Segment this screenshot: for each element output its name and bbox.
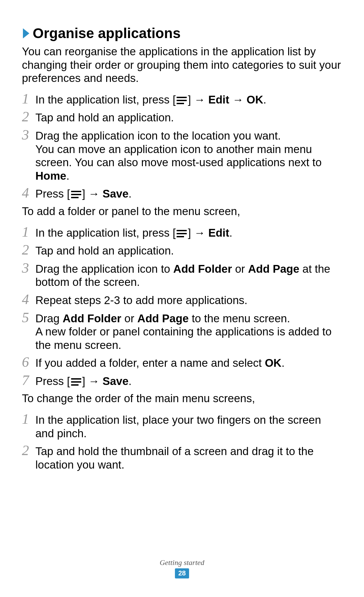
step-number: 1 <box>22 412 35 440</box>
step-number: 2 <box>22 443 35 471</box>
step-number: 6 <box>22 355 35 370</box>
step-text: In the application list, press [] → Edit… <box>35 92 266 107</box>
step-text: Press [] → Save. <box>35 373 131 388</box>
manual-page: Organise applications You can reorganise… <box>0 0 364 597</box>
mid-paragraph-2: To change the order of the main menu scr… <box>22 392 342 405</box>
page-footer: Getting started 28 <box>0 558 364 578</box>
step-text: If you added a folder, enter a name and … <box>35 355 284 370</box>
step-number: 3 <box>22 261 35 289</box>
step: 2Tap and hold an application. <box>22 243 342 258</box>
section-title: Organise applications <box>33 25 181 41</box>
menu-icon <box>177 230 187 237</box>
step: 5Drag Add Folder or Add Page to the menu… <box>22 310 342 352</box>
step-number: 5 <box>22 310 35 352</box>
svg-rect-2 <box>177 100 187 101</box>
svg-rect-9 <box>177 236 184 237</box>
step-number: 4 <box>22 292 35 307</box>
step-number: 1 <box>22 92 35 107</box>
step: 4Press [] → Save. <box>22 186 342 201</box>
step: 1In the application list, press [] → Edi… <box>22 92 342 107</box>
svg-rect-4 <box>71 191 81 192</box>
step-number: 3 <box>22 128 35 182</box>
svg-rect-12 <box>71 384 79 386</box>
svg-rect-11 <box>71 381 81 383</box>
step-text: Tap and hold an application. <box>35 243 174 258</box>
page-number: 28 <box>175 568 189 578</box>
step: 7Press [] → Save. <box>22 373 342 388</box>
step-text: Press [] → Save. <box>35 186 131 201</box>
svg-rect-7 <box>177 230 187 231</box>
step-text: Drag Add Folder or Add Page to the menu … <box>35 310 342 352</box>
intro-paragraph: You can reorganise the applications in t… <box>22 45 342 85</box>
section-heading: Organise applications <box>22 25 342 41</box>
step-number: 1 <box>22 225 35 240</box>
steps-list-a: 1In the application list, press [] → Edi… <box>22 92 342 201</box>
svg-marker-0 <box>23 28 29 38</box>
step-number: 4 <box>22 186 35 201</box>
mid-paragraph-1: To add a folder or panel to the menu scr… <box>22 205 342 218</box>
step-text: In the application list, press [] → Edit… <box>35 225 232 240</box>
svg-rect-8 <box>177 233 187 234</box>
steps-list-b: 1In the application list, press [] → Edi… <box>22 225 342 388</box>
step: 3Drag the application icon to Add Folder… <box>22 261 342 289</box>
step-number: 2 <box>22 243 35 258</box>
step-number: 7 <box>22 373 35 388</box>
step: 1In the application list, place your two… <box>22 412 342 440</box>
chevron-right-icon <box>22 28 31 39</box>
step: 4Repeat steps 2-3 to add more applicatio… <box>22 292 342 307</box>
step-text: Drag the application icon to the locatio… <box>35 128 342 182</box>
step-text: Tap and hold an application. <box>35 110 174 124</box>
svg-rect-10 <box>71 378 81 380</box>
step-text: Drag the application icon to Add Folder … <box>35 261 342 289</box>
step: 6If you added a folder, enter a name and… <box>22 355 342 370</box>
step-number: 2 <box>22 110 35 124</box>
step: 2Tap and hold the thumbnail of a screen … <box>22 443 342 471</box>
step-text: Tap and hold the thumbnail of a screen a… <box>35 443 342 471</box>
svg-rect-1 <box>177 97 187 98</box>
menu-icon <box>71 378 81 386</box>
step: 1In the application list, press [] → Edi… <box>22 225 342 240</box>
step-text: Repeat steps 2-3 to add more application… <box>35 292 247 307</box>
svg-rect-3 <box>177 103 184 104</box>
step: 2Tap and hold an application. <box>22 110 342 124</box>
step-text: In the application list, place your two … <box>35 412 342 440</box>
footer-section: Getting started <box>0 558 364 567</box>
menu-icon <box>177 97 187 104</box>
svg-rect-5 <box>71 194 81 195</box>
steps-list-c: 1In the application list, place your two… <box>22 412 342 471</box>
step: 3Drag the application icon to the locati… <box>22 128 342 182</box>
menu-icon <box>71 191 81 198</box>
svg-rect-6 <box>71 197 79 198</box>
